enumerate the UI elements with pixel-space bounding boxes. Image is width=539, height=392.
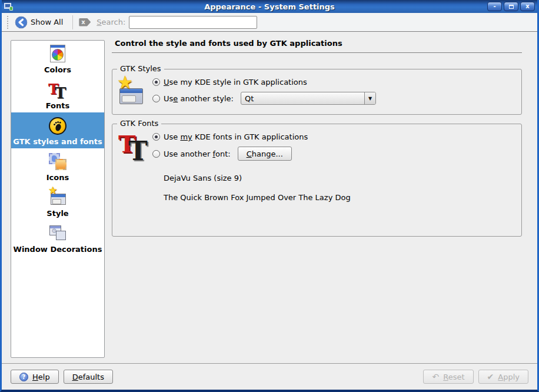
current-font-name: DejaVu Sans (size 9) (164, 174, 514, 182)
sidebar-item-label: Fonts (46, 101, 70, 110)
sidebar-item-label: Window Decorations (14, 245, 102, 254)
check-icon: ✔ (487, 373, 494, 381)
reset-button-label: Reset (443, 373, 464, 381)
radio-use-another-style[interactable]: Use another style: (152, 94, 234, 103)
sidebar-item-label: Icons (46, 173, 69, 182)
radio-use-kde-style-label: Use my KDE style in GTK applications (164, 78, 307, 87)
sidebar-item-label: GTK styles and fonts (13, 137, 102, 146)
radio-use-kde-fonts-label: Use my KDE fonts in GTK applications (164, 132, 308, 141)
show-all-button[interactable]: Show All (14, 15, 66, 29)
radio-use-another-font[interactable]: Use another font: (152, 150, 231, 158)
radio-button-icon (152, 133, 160, 141)
toolbar-separator (72, 15, 73, 29)
apply-button-label: Apply (498, 373, 520, 381)
colors-icon (48, 44, 68, 64)
font-preview-text: The Quick Brown Fox Jumped Over The Lazy… (164, 193, 514, 202)
gtk-fonts-groupbox: GTK Fonts TT Use my KDE fonts in GTK app… (112, 124, 522, 237)
change-font-button[interactable]: Change... (238, 147, 292, 161)
chevron-down-icon[interactable]: ▼ (364, 92, 375, 104)
page-title: Control the style and fonts used by GTK … (112, 39, 522, 48)
radio-button-icon (152, 150, 160, 158)
gtk-styles-groupbox: GTK Styles ★ Use my KDE style in GTK app… (112, 69, 522, 115)
style-icon: ★ (48, 188, 68, 208)
appearance-settings-window: Appearance - System Settings - x Show Al… (0, 0, 539, 392)
toolbar-drag-handle[interactable] (7, 16, 8, 29)
back-arrow-icon (15, 16, 28, 29)
gtk-style-icon: ★ (118, 78, 147, 106)
sidebar-item-colors[interactable]: Colors (11, 41, 104, 77)
fonts-icon: TT (48, 80, 68, 100)
clear-search-icon[interactable]: x (79, 18, 91, 26)
window-decorations-icon: ⚙ (48, 224, 68, 244)
sidebar-item-style[interactable]: ★ Style (11, 184, 104, 220)
undo-icon: ↶ (432, 373, 439, 381)
help-icon: ? (19, 373, 28, 381)
sidebar-item-window-decorations[interactable]: ⚙ Window Decorations (11, 220, 104, 256)
radio-use-kde-style[interactable]: Use my KDE style in GTK applications (152, 78, 307, 87)
combobox-value: Qt (241, 94, 364, 103)
search-input[interactable] (129, 16, 257, 29)
sidebar-item-label: Style (46, 209, 68, 218)
show-all-label: Show All (31, 18, 63, 26)
reset-button[interactable]: ↶ Reset (423, 370, 473, 384)
defaults-button-label: Defaults (72, 373, 104, 381)
main-panel: Control the style and fonts used by GTK … (109, 32, 537, 363)
header-divider (112, 52, 522, 53)
content-area: Colors TT Fonts (2, 32, 537, 363)
radio-button-icon (152, 95, 160, 102)
titlebar[interactable]: Appearance - System Settings - x (2, 0, 537, 13)
sidebar-item-gtk-styles-and-fonts[interactable]: GTK styles and fonts (11, 112, 104, 148)
search-label: Search: (97, 18, 125, 26)
radio-use-kde-fonts[interactable]: Use my KDE fonts in GTK applications (152, 132, 308, 141)
gnome-foot-icon (48, 116, 68, 136)
change-font-button-label: Change... (247, 150, 283, 158)
radio-use-another-font-label: Use another font: (164, 150, 231, 158)
icons-icon (48, 152, 68, 172)
sidebar: Colors TT Fonts (11, 40, 105, 358)
window-title: Appearance - System Settings (2, 2, 537, 11)
sidebar-item-label: Colors (44, 65, 71, 74)
gtk-fonts-legend: GTK Fonts (117, 119, 161, 128)
sidebar-item-fonts[interactable]: TT Fonts (11, 77, 104, 112)
gtk-style-combobox[interactable]: Qt ▼ (241, 92, 376, 105)
footer-bar: ? Help Defaults ↶ Reset ✔ Apply (2, 363, 537, 390)
toolbar: Show All x Search: (2, 13, 537, 32)
apply-button[interactable]: ✔ Apply (478, 370, 528, 384)
help-button[interactable]: ? Help (11, 370, 59, 384)
radio-use-another-style-label: Use another style: (164, 94, 234, 103)
defaults-button[interactable]: Defaults (64, 370, 113, 384)
gtk-fonts-icon: TT (118, 132, 148, 167)
help-button-label: Help (32, 373, 50, 381)
radio-button-icon (152, 78, 160, 86)
sidebar-item-icons[interactable]: Icons (11, 148, 104, 184)
